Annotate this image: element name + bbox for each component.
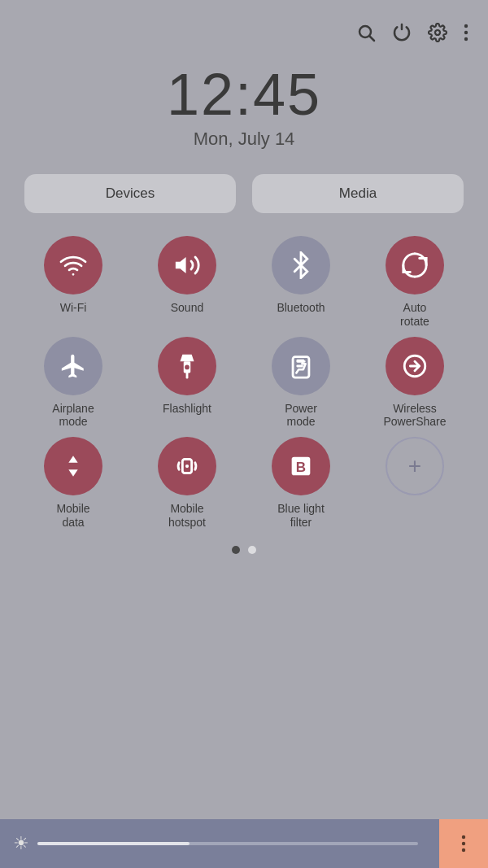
brightness-track[interactable] — [37, 842, 418, 845]
flashlight-icon — [158, 337, 216, 395]
blue-light-filter-icon: B — [272, 437, 330, 495]
svg-point-12 — [185, 465, 189, 468]
svg-marker-6 — [176, 257, 186, 273]
search-icon[interactable] — [356, 23, 376, 47]
blue-light-filter-label: Blue lightfilter — [277, 502, 325, 530]
quick-setting-mobile-hotspot[interactable]: Mobilehotspot — [130, 437, 244, 530]
quick-setting-flashlight[interactable]: Flashlight — [130, 337, 244, 430]
mobile-data-label: Mobiledata — [56, 502, 89, 530]
brightness-bar[interactable]: ☀ — [0, 819, 439, 868]
quick-setting-sound[interactable]: Sound — [130, 236, 244, 329]
wifi-icon — [44, 236, 102, 294]
bottom-bar: ☀ — [0, 819, 488, 868]
hotspot-icon — [158, 437, 216, 495]
svg-point-17 — [462, 848, 465, 852]
svg-text:B: B — [296, 460, 306, 475]
mobile-hotspot-label: Mobilehotspot — [168, 502, 206, 530]
quick-setting-add[interactable]: + — [358, 437, 472, 530]
power-mode-icon — [272, 337, 330, 395]
top-bar — [0, 0, 488, 57]
quick-setting-power-mode[interactable]: Powermode — [244, 337, 358, 430]
svg-point-8 — [185, 364, 190, 369]
clock-date: Mon, July 14 — [0, 129, 488, 150]
auto-rotate-icon — [386, 236, 444, 294]
page-dots — [0, 546, 488, 554]
add-icon: + — [386, 437, 444, 495]
airplane-mode-label: Airplanemode — [52, 402, 94, 430]
more-icon[interactable] — [464, 23, 468, 47]
bluetooth-label: Bluetooth — [277, 301, 325, 315]
quick-setting-mobile-data[interactable]: Mobiledata — [16, 437, 130, 530]
page-dot-1[interactable] — [232, 546, 240, 554]
bluetooth-icon — [272, 236, 330, 294]
quick-setting-blue-light-filter[interactable]: B Blue lightfilter — [244, 437, 358, 530]
media-button[interactable]: Media — [252, 174, 464, 213]
quick-setting-wireless-powershare[interactable]: WirelessPowerShare — [358, 337, 472, 430]
svg-point-5 — [464, 37, 468, 41]
svg-point-2 — [435, 30, 440, 35]
power-icon[interactable] — [392, 23, 412, 47]
wireless-share-icon — [386, 337, 444, 395]
wireless-powershare-label: WirelessPowerShare — [383, 402, 446, 430]
panel-buttons: Devices Media — [24, 174, 464, 213]
clock-section: 12:45 Mon, July 14 — [0, 65, 488, 150]
svg-point-3 — [464, 24, 468, 28]
wifi-label: Wi-Fi — [60, 301, 87, 315]
page-dot-2[interactable] — [248, 546, 256, 554]
clock-time: 12:45 — [0, 65, 488, 124]
quick-setting-wifi[interactable]: Wi-Fi — [16, 236, 130, 329]
devices-button[interactable]: Devices — [24, 174, 236, 213]
quick-setting-auto-rotate[interactable]: Autorotate — [358, 236, 472, 329]
quick-settings-grid: Wi-Fi Sound Bluetooth Autorotate — [0, 236, 488, 530]
auto-rotate-label: Autorotate — [400, 301, 429, 329]
svg-point-16 — [462, 842, 465, 845]
quick-setting-bluetooth[interactable]: Bluetooth — [244, 236, 358, 329]
power-mode-label: Powermode — [285, 402, 317, 430]
mobile-data-icon — [44, 437, 102, 495]
sound-label: Sound — [171, 301, 203, 315]
svg-line-1 — [370, 37, 375, 41]
svg-point-4 — [464, 31, 468, 34]
flashlight-label: Flashlight — [163, 402, 211, 416]
settings-icon[interactable] — [428, 23, 447, 47]
sound-icon — [158, 236, 216, 294]
svg-point-15 — [462, 835, 465, 839]
brightness-icon: ☀ — [13, 833, 29, 854]
quick-setting-airplane-mode[interactable]: Airplanemode — [16, 337, 130, 430]
bottom-more-button[interactable] — [439, 819, 488, 868]
airplane-icon — [44, 337, 102, 395]
